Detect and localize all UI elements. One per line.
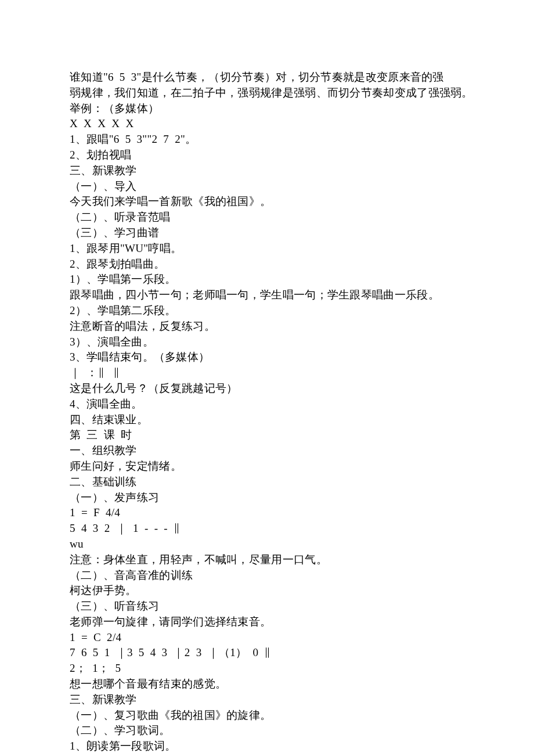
text-line: ｜ ：‖ ‖	[70, 365, 464, 381]
text-line: 1、朗读第一段歌词。	[70, 739, 464, 754]
text-line: 1、跟唱"6 5 3""2 7 2"。	[70, 132, 464, 147]
text-line: 四、结束课业。	[70, 412, 464, 428]
text-line: （一）、复习歌曲《我的祖国》的旋律。	[70, 708, 464, 723]
text-line: 跟琴唱曲，四小节一句；老师唱一句，学生唱一句；学生跟琴唱曲一乐段。	[70, 287, 464, 303]
text-line: 想一想哪个音最有结束的感觉。	[70, 676, 464, 692]
text-line: 4、演唱全曲。	[70, 397, 464, 412]
text-line: 三、新课教学	[70, 692, 464, 708]
text-line: 师生问好，安定情绪。	[70, 459, 464, 474]
text-line: 1 = C 2/4	[70, 630, 464, 646]
text-line: （二）、音高音准的训练	[70, 568, 464, 584]
text-line: （一）、发声练习	[70, 490, 464, 506]
text-line: 5 4 3 2 ｜ 1 - - - ‖	[70, 521, 464, 537]
text-line: wu	[70, 537, 464, 552]
text-line: 一、组织教学	[70, 443, 464, 459]
text-line: 谁知道"6 5 3"是什么节奏，（切分节奏）对，切分节奏就是改变原来音的强	[70, 70, 464, 85]
text-line: 注意断音的唱法，反复练习。	[70, 319, 464, 334]
text-line: 老师弹一句旋律，请同学们选择结束音。	[70, 614, 464, 630]
text-line: 今天我们来学唱一首新歌《我的祖国》。	[70, 194, 464, 210]
text-line: 第 三 课 时	[70, 427, 464, 443]
text-line: 三、新课教学	[70, 163, 464, 179]
text-line: 2）、学唱第二乐段。	[70, 303, 464, 319]
text-line: 2； 1； 5	[70, 661, 464, 676]
text-line: （二）、听录音范唱	[70, 210, 464, 225]
text-line: 举例：（多媒体）	[70, 101, 464, 117]
text-line: （三）、学习曲谱	[70, 225, 464, 241]
text-line: 3、学唱结束句。（多媒体）	[70, 350, 464, 365]
text-line: 1 = F 4/4	[70, 505, 464, 521]
text-line: （二）、学习歌词。	[70, 723, 464, 739]
text-line: 这是什么几号？（反复跳越记号）	[70, 381, 464, 397]
text-line: 柯达伊手势。	[70, 583, 464, 599]
text-line: 二、基础训练	[70, 474, 464, 490]
text-line: 2、划拍视唱	[70, 147, 464, 163]
text-line: （一）、导入	[70, 179, 464, 195]
text-line: 弱规律，我们知道，在二拍子中，强弱规律是强弱、而切分节奏却变成了强强弱。	[70, 85, 464, 101]
text-line: 3）、演唱全曲。	[70, 334, 464, 350]
text-line: 注意：身体坐直，用轻声，不喊叫，尽量用一口气。	[70, 552, 464, 568]
text-line: 1、跟琴用"WU"哼唱。	[70, 241, 464, 257]
text-line: X X X X X	[70, 116, 464, 132]
text-line: （三）、听音练习	[70, 599, 464, 614]
text-line: 2、跟琴划拍唱曲。	[70, 257, 464, 272]
text-line: 7 6 5 1 ｜3 5 4 3 ｜2 3 ｜（1） 0 ‖	[70, 645, 464, 661]
text-line: 1）、学唱第一乐段。	[70, 272, 464, 287]
document-body: 谁知道"6 5 3"是什么节奏，（切分节奏）对，切分节奏就是改变原来音的强弱规律…	[70, 70, 464, 754]
